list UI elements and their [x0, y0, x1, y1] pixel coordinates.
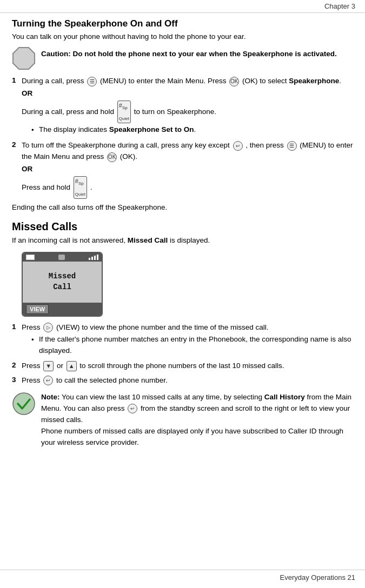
- bar2: [91, 257, 93, 260]
- mc-step-1: 1 Press ▷ (VIEW) to view the phone numbe…: [12, 322, 353, 357]
- sp-quiet-icon-2: #SpQuiet: [74, 176, 87, 199]
- up-arrow-icon: ▲: [67, 361, 77, 372]
- phone-display: Missed Call VIEW: [22, 252, 103, 317]
- sp-quiet-icon-1: #SpQuiet: [117, 101, 131, 123]
- octagon-svg: [12, 46, 36, 70]
- caution-box: Caution: Do not hold the phone next to y…: [12, 46, 353, 70]
- mc-step-1-content: Press ▷ (VIEW) to view the phone number …: [22, 322, 353, 357]
- speakerphone-intro: You can talk on your phone without havin…: [12, 31, 353, 42]
- phone-status-bar: [23, 253, 102, 262]
- svg-marker-0: [13, 48, 35, 69]
- mc-step-3-text2: to call the selected phone number.: [56, 376, 168, 384]
- step-1-bullet: • The display indicates Speakerphone Set…: [31, 124, 353, 136]
- call-icon: ↩: [43, 376, 53, 385]
- step-2-text4: (OK).: [120, 152, 137, 161]
- note-call-icon: ↩: [128, 404, 137, 413]
- bar4: [97, 255, 98, 260]
- step-1: 1 During a call, press ☰ (MENU) to enter…: [12, 76, 353, 137]
- battery-icon: [26, 255, 35, 260]
- mc-step-2-text2: or: [57, 362, 65, 370]
- step-1-text3: (OK) to select Speakerphone.: [242, 77, 341, 85]
- step-1-content: During a call, press ☰ (MENU) to enter t…: [22, 76, 353, 137]
- end-icon: ↩: [233, 141, 243, 151]
- chapter-label: Chapter 3: [324, 2, 355, 10]
- missed-calls-intro: If an incoming call is not answered, Mis…: [12, 235, 353, 246]
- step-2-num: 2: [12, 140, 22, 149]
- phone-softkey-bar: VIEW: [23, 303, 102, 316]
- step-1-text: During a call, press: [22, 77, 86, 85]
- missed-calls-title: Missed Calls: [12, 220, 353, 233]
- mc-step-2-num: 2: [12, 360, 22, 369]
- mc-step-1-bullet: • If the caller's phone number matches a…: [31, 334, 353, 356]
- ok-icon-2: OK: [107, 152, 117, 162]
- step-2: 2 To turn off the Speakerphone during a …: [12, 140, 353, 199]
- phone-screen-text: Missed Call: [49, 271, 76, 292]
- bullet-dot-mc: •: [31, 334, 39, 345]
- page-header: Chapter 3: [0, 0, 365, 13]
- bar3: [94, 256, 96, 260]
- caution-text: Caution: Do not hold the phone next to y…: [41, 46, 337, 59]
- step-1-or: OR: [22, 88, 353, 99]
- mc-step-2: 2 Press ▼ or ▲ to scroll through the pho…: [12, 360, 353, 372]
- bar1: [89, 258, 90, 260]
- step-1-num: 1: [12, 76, 22, 84]
- menu-icon-1: ☰: [87, 77, 97, 86]
- caution-icon: [12, 46, 36, 70]
- mc-step-3-content: Press ↩ to call the selected phone numbe…: [22, 375, 353, 386]
- step-2-or: OR: [22, 164, 353, 175]
- mc-step-1-text2: (VIEW) to view the phone number and the …: [56, 323, 268, 331]
- mc-step-2-content: Press ▼ or ▲ to scroll through the phone…: [22, 360, 353, 372]
- view-softkey: VIEW: [26, 304, 49, 314]
- step-2-text: To turn off the Speakerphone during a ca…: [22, 141, 232, 149]
- ok-icon-1: OK: [229, 77, 239, 86]
- caution-label: Caution: Do not hold the phone next to y…: [41, 50, 337, 58]
- mc-step-2-text: Press: [22, 362, 42, 370]
- mc-step-3: 3 Press ↩ to call the selected phone num…: [12, 375, 353, 386]
- note-box: Note: You can view the last 10 missed ca…: [12, 392, 353, 449]
- page-footer: Everyday Operations 21: [0, 570, 365, 582]
- step-2-content: To turn off the Speakerphone during a ca…: [22, 140, 353, 199]
- mc-step-2-text3: to scroll through the phone numbers of t…: [79, 362, 284, 370]
- mc-step-1-text: Press: [22, 323, 42, 331]
- signal-bars: [89, 255, 98, 260]
- sim-icon: [58, 255, 65, 260]
- step-1-bullet-text: The display indicates Speakerphone Set t…: [39, 124, 196, 135]
- mc-step-1-bullet-text: If the caller's phone number matches an …: [39, 334, 353, 356]
- mc-step-1-num: 1: [12, 322, 22, 331]
- phone-screen: Missed Call: [23, 262, 102, 303]
- main-content: Turning the Speakerphone On and Off You …: [0, 16, 365, 462]
- view-icon: ▷: [43, 323, 53, 332]
- step-2-secondary: Press and hold #SpQuiet .: [22, 176, 353, 199]
- step-2-text2: , then press: [245, 141, 286, 149]
- checkmark-svg: [12, 392, 36, 416]
- note-text: Note: You can view the last 10 missed ca…: [41, 392, 353, 449]
- note-icon: [12, 392, 36, 416]
- speakerphone-ending: Ending the call also turns off the Speak…: [12, 202, 353, 213]
- note-label: Note:: [41, 393, 60, 401]
- bullet-dot: •: [31, 124, 39, 136]
- menu-icon-2: ☰: [287, 141, 297, 151]
- down-arrow-icon: ▼: [43, 361, 54, 372]
- step-1-text2: (MENU) to enter the Main Menu. Press: [100, 77, 228, 85]
- speakerphone-title: Turning the Speakerphone On and Off: [12, 18, 353, 29]
- step-1-secondary: During a call, press and hold #SpQuiet t…: [22, 101, 353, 123]
- page-container: Chapter 3 Turning the Speakerphone On an…: [0, 0, 365, 588]
- footer-text: Everyday Operations 21: [280, 573, 355, 582]
- mc-step-3-num: 3: [12, 375, 22, 384]
- mc-step-3-text: Press: [22, 376, 42, 384]
